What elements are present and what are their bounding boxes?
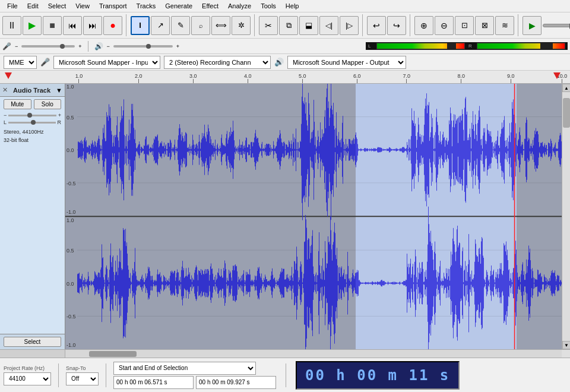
vscroll-up[interactable]: ▲ [562,84,570,92]
vscroll-thumb[interactable] [563,98,570,128]
skip-start-button[interactable]: ⏮ [63,16,82,35]
gain-min-label: − [4,112,7,118]
channels-select[interactable]: 2 (Stereo) Recording Chann [164,56,271,69]
pan-thumb[interactable] [31,120,36,125]
input-volume-thumb[interactable] [60,44,65,49]
menu-analyze[interactable]: Analyze [223,1,256,11]
volume-min: − [15,43,18,49]
mute-button[interactable]: Mute [4,99,31,109]
paste-button[interactable]: ⬓ [299,16,318,35]
undo-button[interactable]: ↩ [367,16,386,35]
end-marker [553,72,560,79]
trim-left[interactable]: ◁| [319,16,338,35]
project-rate-label: Project Rate (Hz) [4,365,51,371]
waveform-canvas[interactable] [65,84,562,349]
device-bar: MME 🎤 Microsoft Sound Mapper - Input 2 (… [0,54,570,71]
waveform-area [65,84,562,349]
output-vol-max: + [176,43,179,49]
track-bit-depth: 32-bit float [4,137,28,143]
sep1 [88,41,88,52]
vertical-scrollbar[interactable]: ▲ ▼ [562,84,570,349]
pan-row: L R [0,119,65,126]
hscroll-thumb[interactable] [89,351,137,357]
select-all-button[interactable]: Select [4,337,61,347]
cursor-tool[interactable]: I [131,16,150,35]
track-area: ✕ Audio Track ▼ Mute Solo − + L [0,84,570,349]
menu-select[interactable]: Select [43,1,71,11]
multitool[interactable]: ✲ [232,16,251,35]
track-panel: ✕ Audio Track ▼ Mute Solo − + L [0,84,65,349]
trim-right[interactable]: |▷ [340,16,359,35]
play-button[interactable]: ▶ [23,16,42,35]
menubar: File Edit Select View Transport Tracks G… [0,0,570,12]
menu-tools[interactable]: Tools [256,1,281,11]
menu-effect[interactable]: Effect [197,1,223,11]
output-vol-min: − [107,43,110,49]
track-sample-rate: Stereo, 44100Hz [4,129,44,135]
status-sep3 [286,363,286,387]
vscroll-down[interactable]: ▼ [562,341,570,349]
zoom-sel-button[interactable]: ⊡ [455,16,474,35]
pause-button[interactable]: ⏸ [2,16,21,35]
track-close-button[interactable]: ✕ [2,86,8,94]
selection-mode-select[interactable]: Start and End of Selection [113,362,256,375]
pan-r-label: R [58,119,62,125]
track-dropdown-button[interactable]: ▼ [56,87,62,94]
project-rate-group: Project Rate (Hz) 44100 [4,365,51,385]
timeshift-tool[interactable]: ⟺ [211,16,230,35]
hscroll-track[interactable] [65,350,562,358]
input-volume-slider[interactable] [21,45,75,48]
output-volume-slider[interactable] [113,45,173,48]
app-window: File Edit Select View Transport Tracks G… [0,0,570,392]
zoom-fit-button[interactable]: ⊠ [475,16,494,35]
input-device-select[interactable]: Microsoft Sound Mapper - Input [53,56,160,69]
mute-solo-row: Mute Solo [0,97,65,112]
project-rate-select[interactable]: 44100 [4,372,51,385]
timeline-ruler[interactable]: 1.0 2.0 3.0 4.0 5.0 6.0 7.0 8.0 [0,71,570,84]
menu-file[interactable]: File [2,1,23,11]
menu-view[interactable]: View [71,1,94,11]
gain-row: − + [0,112,65,119]
menu-transport[interactable]: Transport [94,1,132,11]
envelope-tool[interactable]: ↗ [151,16,170,35]
hscroll-corner [0,350,65,358]
menu-edit[interactable]: Edit [23,1,43,11]
copy-button[interactable]: ⧉ [279,16,298,35]
play-speed-button[interactable]: ▶ [522,16,542,35]
snap-to-select[interactable]: Off [66,372,99,385]
zoom-reset-button[interactable]: ≋ [495,16,514,35]
zoom-out-button[interactable]: ⊖ [435,16,454,35]
select-button-area: Select [0,334,65,349]
output-volume-thumb[interactable] [146,44,151,49]
pan-slider[interactable] [8,122,55,124]
gain-thumb[interactable] [27,113,32,118]
redo-button[interactable]: ↪ [387,16,406,35]
skip-end-button[interactable]: ⏭ [83,16,102,35]
vscroll-track[interactable] [562,92,570,341]
track-header: ✕ Audio Track ▼ [0,84,65,97]
stop-button[interactable]: ■ [43,16,62,35]
audio-host-select[interactable]: MME [4,56,37,69]
pan-l-label: L [4,119,7,125]
menu-help[interactable]: Help [281,1,304,11]
snap-to-label: Snap-To [66,365,99,371]
menu-tracks[interactable]: Tracks [132,1,161,11]
track-info: Stereo, 44100Hz 32-bit float [0,126,65,147]
horizontal-scrollbar[interactable] [0,349,570,358]
playhead-marker [5,72,12,79]
zoom-in-button[interactable]: ⊕ [414,16,433,35]
track-name-label: Audio Track [13,87,50,94]
gain-slider[interactable] [8,115,56,116]
main-toolbar: ⏸ ▶ ■ ⏮ ⏭ ● I ↗ ✎ ⌕ ⟺ ✲ ✂ ⧉ ⬓ ◁| |▷ ↩ ↪ [0,12,570,39]
selection-end-input[interactable] [196,376,276,389]
selection-start-input[interactable] [113,376,194,389]
menu-generate[interactable]: Generate [160,1,197,11]
draw-tool[interactable]: ✎ [171,16,190,35]
record-button[interactable]: ● [103,16,122,35]
zoom-tool[interactable]: ⌕ [191,16,210,35]
cut-button[interactable]: ✂ [259,16,278,35]
gain-max-label: + [58,112,61,118]
status-sep1 [58,363,59,387]
solo-button[interactable]: Solo [34,99,62,109]
output-device-select[interactable]: Microsoft Sound Mapper - Output [287,56,406,69]
